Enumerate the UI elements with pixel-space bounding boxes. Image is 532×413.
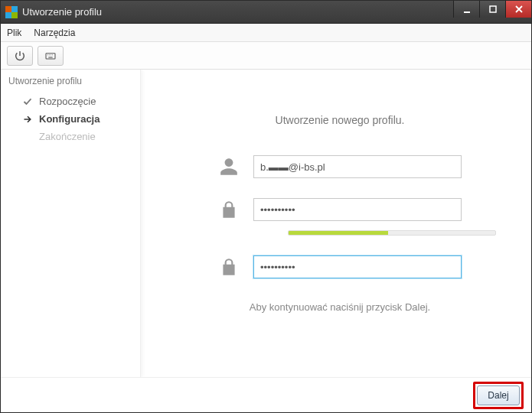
lock-icon [218,257,240,277]
power-button[interactable] [7,46,33,66]
username-row [179,155,501,178]
footer: Dalej [1,377,531,412]
lock-icon [218,200,240,220]
sidebar: Utworzenie profilu Rozpoczęcie Konfigura… [1,70,141,377]
user-icon [218,157,240,177]
sidebar-title: Utworzenie profilu [5,74,140,93]
titlebar[interactable]: Utworzenie profilu [1,1,531,24]
password-confirm-input[interactable] [253,255,462,278]
svg-rect-0 [464,11,470,13]
toolbar [1,42,531,70]
menu-tools[interactable]: Narzędzia [34,28,75,38]
menu-file[interactable]: Plik [7,28,21,38]
menubar: Plik Narzędzia [1,24,531,42]
keyboard-button[interactable] [38,46,64,66]
hint-text: Aby kontynuować naciśnij przycisk Dalej. [179,301,501,313]
password-input[interactable] [253,198,462,221]
main-panel: Utworzenie nowego profilu. [141,70,531,377]
password-strength-bar [288,230,496,236]
close-button[interactable] [505,1,531,18]
next-button[interactable]: Dalej [477,385,520,405]
minimize-button[interactable] [453,1,479,18]
password-row [179,198,501,221]
svg-rect-1 [490,6,496,12]
step-finish: Zakończenie [5,128,140,145]
app-window: Utworzenie profilu Plik Narzędzia [0,0,532,413]
maximize-button[interactable] [479,1,505,18]
app-icon [5,6,18,18]
step-label: Rozpoczęcie [39,96,96,107]
password-confirm-row [179,255,501,278]
username-input[interactable] [253,155,462,178]
step-label: Konfiguracja [39,113,100,125]
window-title: Utworzenie profilu [22,6,453,18]
check-icon [22,97,33,106]
main-heading: Utworzenie nowego profilu. [179,114,501,126]
step-start: Rozpoczęcie [5,93,140,110]
step-label: Zakończenie [39,131,96,142]
next-button-highlight: Dalej [473,382,524,409]
step-config: Konfiguracja [5,110,140,128]
svg-rect-2 [46,53,55,58]
arrow-right-icon [22,115,33,124]
